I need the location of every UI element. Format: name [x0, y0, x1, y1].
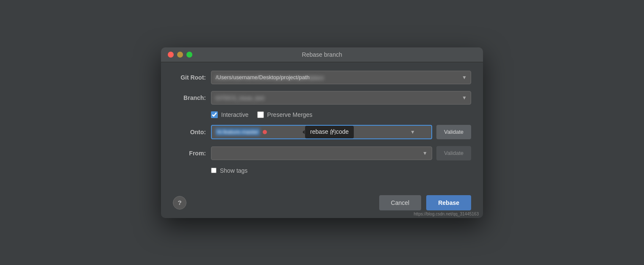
footer-actions: Cancel Rebase	[379, 195, 471, 210]
interactive-label[interactable]: Interactive	[221, 111, 249, 118]
preserve-merges-label[interactable]: Preserve Merges	[267, 111, 313, 118]
git-root-dropdown[interactable]: /Users/username/Desktop/project/path	[211, 71, 471, 84]
minimize-button[interactable]	[177, 52, 183, 58]
onto-input-area: ht.feature.master rebase 的code ▼	[211, 125, 432, 139]
git-root-label: Git Root:	[173, 74, 211, 81]
tooltip-text: rebase 的code	[310, 128, 349, 135]
onto-selected-value: ht.feature.master	[215, 128, 260, 136]
from-arrow-icon: ▼	[422, 150, 427, 156]
interactive-checkbox[interactable]	[211, 111, 218, 118]
onto-field-container[interactable]: ht.feature.master rebase 的code	[211, 125, 432, 139]
rebase-button[interactable]: Rebase	[426, 195, 471, 210]
show-tags-label[interactable]: Show tags	[220, 167, 247, 174]
validate-from-button[interactable]: Validate	[436, 146, 471, 160]
validate-onto-button[interactable]: Validate	[436, 125, 471, 139]
from-label: From:	[173, 150, 211, 157]
checkboxes-row: Interactive Preserve Merges	[211, 111, 471, 118]
from-field[interactable]: ▼	[211, 146, 432, 160]
onto-tooltip: rebase 的code	[305, 126, 354, 138]
rebase-dialog: Rebase branch Git Root: /Users/username/…	[161, 47, 483, 218]
onto-error-dot	[263, 130, 267, 134]
form-content: Git Root: /Users/username/Desktop/projec…	[161, 62, 483, 191]
traffic-lights	[168, 52, 192, 58]
watermark: https://blog.csdn.net/qq_31445163	[414, 212, 479, 216]
show-tags-checkbox[interactable]	[211, 168, 217, 173]
from-row: From: ▼ Validate	[173, 146, 471, 160]
cancel-button[interactable]: Cancel	[379, 195, 422, 210]
branch-wrapper: GITDCS_Issue_test ▼	[211, 91, 471, 105]
branch-label: Branch:	[173, 94, 211, 101]
dialog-title: Rebase branch	[302, 51, 342, 58]
preserve-merges-checkbox[interactable]	[257, 111, 264, 118]
branch-row: Branch: GITDCS_Issue_test ▼	[173, 91, 471, 105]
branch-dropdown[interactable]	[211, 91, 471, 105]
onto-label: Onto:	[173, 129, 211, 135]
maximize-button[interactable]	[186, 52, 192, 58]
help-button[interactable]: ?	[173, 196, 186, 210]
git-root-wrapper: /Users/username/Desktop/project/path /Us…	[211, 71, 471, 84]
close-button[interactable]	[168, 52, 174, 58]
interactive-checkbox-item: Interactive	[211, 111, 249, 118]
preserve-merges-checkbox-item: Preserve Merges	[257, 111, 313, 118]
show-tags-row: Show tags	[211, 167, 471, 174]
title-bar: Rebase branch	[161, 47, 483, 62]
from-wrapper: ▼	[211, 146, 432, 160]
git-root-row: Git Root: /Users/username/Desktop/projec…	[173, 71, 471, 84]
onto-row: Onto: ht.feature.master rebase 的code ▼ V…	[173, 125, 471, 139]
